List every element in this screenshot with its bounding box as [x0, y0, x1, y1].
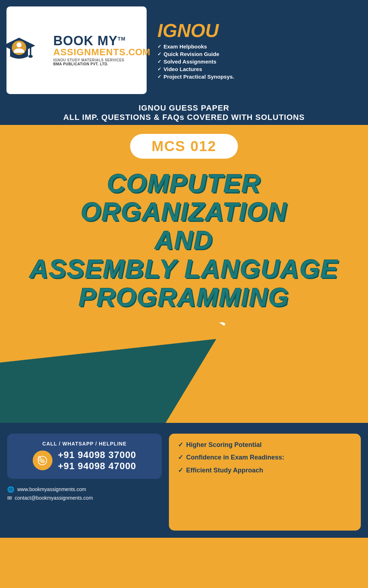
info-item-5: Project Practical Synopsys. — [157, 74, 357, 80]
benefit-3: Efficient Study Approach — [178, 466, 352, 475]
benefit-2: Confidence in Exam Readiness: — [178, 453, 352, 462]
email-link[interactable]: ✉ contact@bookmyassignments.com — [7, 495, 93, 501]
info-item-4: Video Lactures — [157, 66, 357, 72]
banner-strip: IGNOU GUESS PAPER ALL IMP. QUESTIONS & F… — [0, 101, 368, 125]
svg-text:©: © — [41, 458, 45, 463]
logo-sub1: IGNOU STUDY MATERIALS SERVICES — [53, 58, 150, 62]
contact-label: CALL / WHATSAPP / HELPLINE — [42, 441, 126, 447]
main-title: COMPUTER ORGANIZATION AND ASSEMBLY LANGU… — [0, 162, 368, 315]
main-area: MCS 012 COMPUTER ORGANIZATION AND ASSEMB… — [0, 125, 368, 423]
info-item-1: Exam Helpbooks — [157, 43, 357, 50]
contact-box: CALL / WHATSAPP / HELPLINE © +91 94098 3… — [7, 434, 162, 479]
info-list: Exam Helpbooks Quick Revision Guide Solv… — [157, 43, 357, 80]
logo-icon — [3, 34, 35, 66]
web-links: 🌐 www.bookmyassignments.com ✉ contact@bo… — [7, 486, 93, 501]
course-code: MCS 012 — [152, 138, 217, 154]
benefits-box: Higher Scoring Potential Confidence in E… — [169, 434, 361, 531]
orange-triangle — [166, 322, 368, 423]
title-line4: PROGRAMMING — [11, 283, 357, 312]
banner-line2: ALL IMP. QUESTIONS & FAQs COVERED WITH S… — [7, 113, 361, 122]
ignou-title: IGNOU — [157, 21, 357, 40]
phone-wrapper: © +91 94098 37000 +91 94098 47000 — [33, 449, 136, 472]
title-line2: AND — [11, 226, 357, 255]
phone-icon: © — [33, 451, 52, 470]
svg-point-2 — [28, 55, 33, 58]
course-code-wrapper: MCS 012 — [0, 125, 368, 162]
main-title-text: COMPUTER ORGANIZATION AND ASSEMBLY LANGU… — [11, 169, 357, 312]
logo-box: BOOK MYTM ASSIGNMENTS.COM IGNOU STUDY MA… — [6, 6, 147, 94]
phone1: +91 94098 37000 — [58, 449, 136, 461]
diagonal-area — [0, 322, 368, 423]
phone-numbers: +91 94098 37000 +91 94098 47000 — [58, 449, 136, 472]
top-section: BOOK MYTM ASSIGNMENTS.COM IGNOU STUDY MA… — [0, 0, 368, 101]
globe-icon: 🌐 — [7, 486, 14, 493]
info-item-2: Quick Revision Guide — [157, 51, 357, 57]
logo-text-block: BOOK MYTM ASSIGNMENTS.COM IGNOU STUDY MA… — [53, 34, 150, 66]
logo-assignments: ASSIGNMENTS — [53, 47, 126, 57]
website-link[interactable]: 🌐 www.bookmyassignments.com — [7, 486, 93, 493]
logo-sub2: BMA PUBLICATION PVT. LTD. — [53, 62, 150, 66]
svg-rect-1 — [30, 46, 31, 56]
phone2: +91 94098 47000 — [58, 461, 136, 472]
title-line3: ASSEMBLY LANGUAGE — [11, 255, 357, 283]
info-item-3: Solved Assignments — [157, 59, 357, 65]
email-icon: ✉ — [7, 495, 12, 501]
svg-point-4 — [17, 42, 22, 47]
benefit-1: Higher Scoring Potential — [178, 441, 352, 449]
page: BOOK MYTM ASSIGNMENTS.COM IGNOU STUDY MA… — [0, 0, 368, 588]
logo-book-my: BOOK MYTM — [53, 34, 150, 47]
course-code-box: MCS 012 — [130, 134, 238, 159]
bottom-section: CALL / WHATSAPP / HELPLINE © +91 94098 3… — [0, 423, 368, 538]
info-panel: IGNOU Exam Helpbooks Quick Revision Guid… — [147, 0, 368, 101]
banner-line1: IGNOU GUESS PAPER — [7, 103, 361, 113]
title-line1: COMPUTER ORGANIZATION — [11, 169, 357, 226]
